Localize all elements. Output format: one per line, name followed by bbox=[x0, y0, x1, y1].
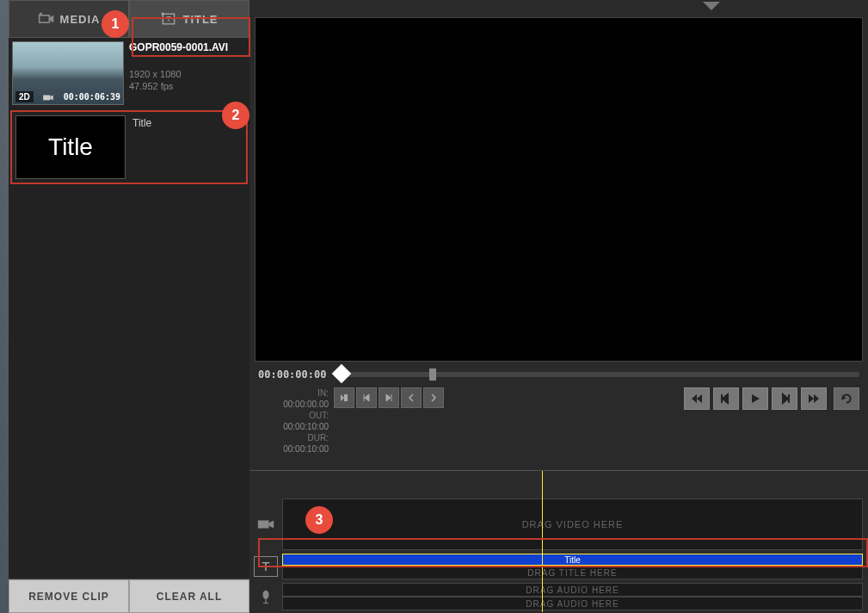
dur-label: DUR: bbox=[305, 432, 329, 443]
audio-track-2[interactable]: DRAG AUDIO HERE bbox=[282, 597, 863, 610]
clip-duration: 00:00:06:39 bbox=[64, 92, 120, 102]
title-thumbnail: Title bbox=[15, 115, 126, 179]
audio-track-row: DRAG AUDIO HERE DRAG AUDIO HERE bbox=[249, 581, 868, 612]
step-back-button[interactable] bbox=[713, 387, 739, 410]
title-track-row: T Title DRAG TITLE HERE bbox=[249, 552, 868, 581]
prev-frame-button[interactable] bbox=[356, 387, 377, 408]
dropdown-arrow-icon bbox=[701, 0, 722, 12]
media-info: GOPR0059-0001.AVI 1920 x 1080 47.952 fps bbox=[129, 41, 228, 105]
title-track-placeholder[interactable]: DRAG TITLE HERE bbox=[282, 566, 863, 579]
timeline: DRAG VIDEO HERE T Title DRAG TITLE HERE … bbox=[249, 470, 868, 612]
small-camera-icon bbox=[42, 93, 54, 102]
title-track-container: Title DRAG TITLE HERE bbox=[282, 554, 863, 579]
annotation-3: 3 bbox=[305, 506, 333, 534]
audio-track-icon bbox=[249, 589, 282, 604]
text-icon: T bbox=[160, 12, 177, 26]
thumbnail-overlay: 2D 00:00:06:39 bbox=[15, 91, 120, 102]
fast-forward-button[interactable] bbox=[801, 387, 827, 410]
clip-fps: 47.952 fps bbox=[129, 81, 228, 91]
audio-track-1[interactable]: DRAG AUDIO HERE bbox=[282, 583, 863, 597]
tab-title[interactable]: T TITLE bbox=[129, 0, 249, 38]
svg-point-1 bbox=[39, 13, 41, 15]
main-area: 00:00:00:00 IN: 00:00:00.00 OUT: 00:00:1… bbox=[249, 0, 868, 613]
loop-button[interactable] bbox=[834, 387, 859, 410]
rewind-button[interactable] bbox=[684, 387, 710, 410]
video-track-icon bbox=[249, 517, 282, 532]
svg-text:T: T bbox=[262, 560, 270, 574]
play-button[interactable] bbox=[742, 387, 768, 410]
media-list: 2D 00:00:06:39 GOPR0059-0001.AVI 1920 x … bbox=[9, 38, 249, 579]
clip-resolution: 1920 x 1080 bbox=[129, 69, 228, 79]
next-frame-button[interactable] bbox=[379, 387, 399, 408]
video-track[interactable]: DRAG VIDEO HERE bbox=[282, 498, 863, 550]
out-label: OUT: bbox=[305, 410, 329, 421]
svg-rect-5 bbox=[43, 95, 50, 100]
clip-filename: GOPR0059-0001.AVI bbox=[129, 41, 228, 53]
media-item[interactable]: 2D 00:00:06:39 GOPR0059-0001.AVI 1920 x … bbox=[10, 40, 248, 107]
audio-tracks: DRAG AUDIO HERE DRAG AUDIO HERE bbox=[282, 583, 863, 610]
scrubber: 00:00:00:00 bbox=[258, 368, 859, 381]
left-divider bbox=[0, 0, 9, 613]
out-value: 00:00:10:00 bbox=[283, 422, 329, 431]
topbar bbox=[249, 0, 868, 17]
title-clip-on-track[interactable]: Title bbox=[282, 554, 863, 566]
svg-point-4 bbox=[162, 13, 164, 15]
remove-clip-button[interactable]: REMOVE CLIP bbox=[9, 579, 129, 613]
sidebar-footer: REMOVE CLIP CLEAR ALL bbox=[9, 579, 249, 613]
camera-icon bbox=[38, 12, 55, 26]
trim-left-button[interactable] bbox=[401, 387, 422, 408]
title-item[interactable]: Title Title bbox=[10, 110, 248, 184]
in-label: IN: bbox=[305, 387, 329, 399]
timecode-info: IN: 00:00:00.00 OUT: 00:00:10:00 DUR: 00… bbox=[258, 387, 329, 455]
svg-text:T: T bbox=[167, 15, 171, 23]
timecode-position: 00:00:00:00 bbox=[258, 368, 326, 381]
scrubber-track[interactable] bbox=[335, 372, 859, 377]
scrubber-playhead[interactable] bbox=[332, 364, 352, 384]
trim-right-button[interactable] bbox=[423, 387, 444, 408]
title-label: Title bbox=[132, 115, 151, 179]
dur-value: 00:00:10:00 bbox=[283, 444, 329, 454]
trim-controls bbox=[334, 387, 444, 408]
media-thumbnail: 2D 00:00:06:39 bbox=[12, 41, 124, 105]
scrubber-marker[interactable] bbox=[429, 368, 436, 381]
sidebar: MEDIA T TITLE 2D 00:00:06:39 GOPR0059- bbox=[9, 0, 249, 613]
timeline-playhead[interactable] bbox=[542, 471, 543, 612]
sidebar-tabs: MEDIA T TITLE bbox=[9, 0, 249, 38]
play-controls bbox=[684, 387, 827, 410]
annotation-1: 1 bbox=[102, 10, 129, 38]
svg-rect-0 bbox=[39, 15, 49, 22]
annotation-2: 2 bbox=[222, 102, 249, 129]
preview-monitor[interactable] bbox=[255, 17, 863, 362]
in-value: 00:00:00.00 bbox=[283, 399, 329, 409]
step-forward-button[interactable] bbox=[772, 387, 797, 410]
tab-media-label: MEDIA bbox=[60, 13, 101, 26]
badge-2d: 2D bbox=[15, 91, 34, 102]
mark-in-button[interactable] bbox=[334, 387, 354, 408]
clear-all-button[interactable]: CLEAR ALL bbox=[129, 579, 249, 613]
transport-panel: 00:00:00:00 IN: 00:00:00.00 OUT: 00:00:1… bbox=[249, 362, 868, 461]
transport-row: IN: 00:00:00.00 OUT: 00:00:10:00 DUR: 00… bbox=[258, 387, 859, 455]
video-track-row: DRAG VIDEO HERE bbox=[249, 497, 868, 552]
title-track-icon: T bbox=[254, 556, 278, 577]
tab-title-label: TITLE bbox=[182, 13, 218, 26]
svg-rect-6 bbox=[258, 520, 269, 528]
